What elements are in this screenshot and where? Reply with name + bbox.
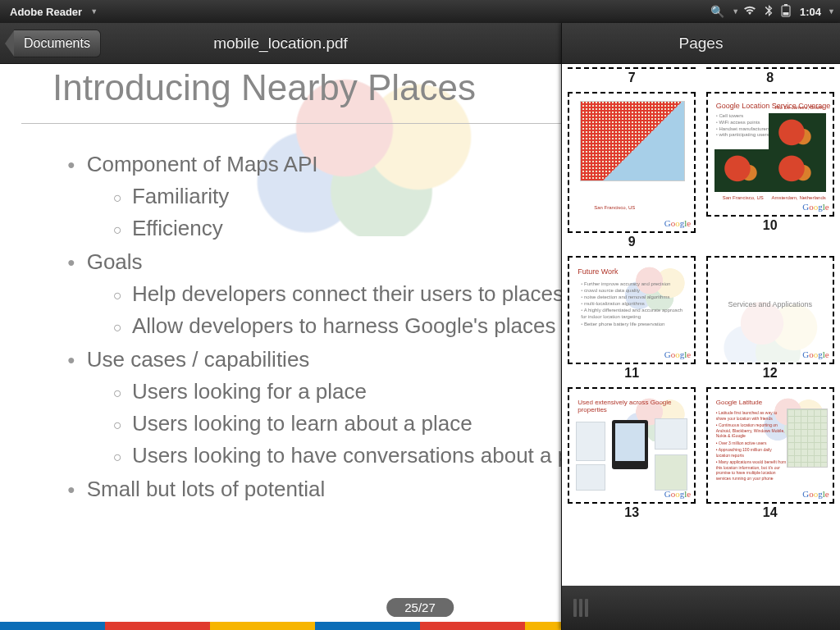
page-thumbnail[interactable]: San Francisco, USGoogle9 [567,92,697,253]
page-thumbnail[interactable]: Services and ApplicationsGoogle12 [705,256,836,384]
google-logo: Google [664,489,691,499]
page-number: 14 [763,505,778,520]
page-counter: 25/27 [386,598,454,617]
page-number: 9 [628,235,636,249]
back-button[interactable]: Documents [5,30,101,57]
page-thumbnail[interactable]: 8 [705,67,836,89]
bluetooth-icon [765,5,773,19]
page-thumbnail[interactable]: Used extensively across Google propertie… [567,387,697,523]
page-number: 10 [763,218,778,233]
search-chevron-icon[interactable]: ▼ [732,7,739,16]
pages-panel-title: Pages [562,23,840,64]
search-icon[interactable]: 🔍 [710,5,724,18]
page-thumbnail[interactable]: Future WorkFurther improve accuracy and … [567,256,697,384]
svg-rect-2 [783,12,789,16]
status-bar: Adobe Reader ▼ 🔍 ▼ 1:04 ▼ [0,0,840,23]
pages-scroll[interactable]: 78San Francisco, USGoogle9Google Locatio… [562,64,840,586]
app-menu-chevron-icon[interactable]: ▼ [90,7,98,16]
google-logo: Google [664,218,691,228]
page-number: 13 [624,505,639,520]
google-logo: Google [664,349,691,359]
pages-panel-footer [562,586,840,630]
page-number: 12 [763,366,778,381]
page-number: 7 [628,71,636,85]
pages-panel: Pages 78San Francisco, USGoogle9Google L… [561,23,840,630]
wifi-icon [743,5,756,18]
battery-icon [781,4,791,20]
app-menu[interactable]: Adobe Reader [5,6,87,18]
page-number: 8 [766,71,774,85]
page-number: 11 [624,366,639,381]
page-thumbnail[interactable]: Google LatitudeLatitude first launched a… [705,387,836,523]
page-thumbnail[interactable]: Google Location Service CoverageCell tow… [705,92,836,253]
drag-handle-icon[interactable] [573,599,588,617]
clock: 1:04 [800,6,821,18]
google-logo: Google [802,349,829,359]
page-thumbnail[interactable]: 7 [567,67,697,89]
google-logo: Google [802,489,829,499]
google-logo: Google [802,202,829,212]
system-menu-chevron-icon[interactable]: ▼ [828,7,835,16]
back-button-label: Documents [14,30,101,57]
svg-rect-1 [784,4,788,6]
